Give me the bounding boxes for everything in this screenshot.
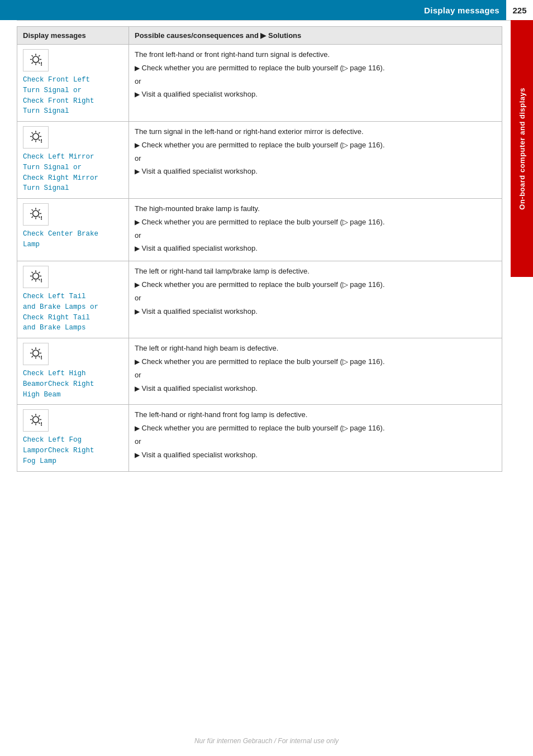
svg-point-20 (41, 141, 42, 142)
display-message-text: Check Left HighBeamorCheck RightHigh Bea… (23, 369, 123, 400)
svg-point-53 (41, 358, 42, 360)
table-header-row: Display messages Possible causes/consequ… (17, 27, 502, 45)
svg-line-40 (39, 272, 40, 273)
svg-line-51 (39, 349, 40, 350)
lamp-icon-box (23, 203, 49, 226)
solution-cell: The left-hand or right-hand front fog la… (129, 405, 502, 471)
side-tab-label: On-board computer and displays (518, 88, 526, 210)
solution-cell: The left or right-hand tail lamp/brake l… (129, 261, 502, 338)
description-text: The front left-hand or front right-hand … (135, 49, 496, 61)
table-row: Check Front LeftTurn Signal orCheck Fron… (17, 45, 502, 122)
lamp-icon-box (23, 126, 49, 149)
col1-header: Display messages (17, 27, 129, 45)
main-content: Display messages Possible causes/consequ… (17, 26, 502, 472)
svg-line-50 (39, 356, 40, 357)
svg-line-16 (32, 132, 33, 133)
svg-line-52 (32, 356, 33, 357)
col2-header: Possible causes/consequences and ▶ Solut… (129, 27, 502, 45)
arrow-icon: ▶ (135, 90, 140, 98)
solution-item: or (135, 436, 496, 448)
solution-cell: The front left-hand or front right-hand … (129, 45, 502, 122)
table-row: Check Center BrakeLampThe high-mounted b… (17, 199, 502, 261)
solution-item: or (135, 370, 496, 381)
svg-line-7 (39, 55, 40, 56)
svg-line-17 (39, 140, 40, 141)
table-row: Check Left FogLamporCheck RightFog LampT… (17, 405, 502, 471)
svg-line-28 (39, 217, 40, 218)
svg-point-64 (41, 425, 42, 426)
footer-text: Nur für internen Gebrauch / For internal… (194, 737, 339, 745)
display-message-text: Check Left Tailand Brake Lamps orCheck R… (23, 291, 123, 333)
solution-item: or (135, 76, 496, 88)
svg-point-9 (41, 64, 42, 65)
svg-line-62 (39, 415, 40, 417)
lamp-icon-box (23, 49, 49, 71)
svg-point-22 (33, 210, 39, 217)
solution-item: or (135, 153, 496, 165)
description-text: The left or right-hand tail lamp/brake l… (135, 266, 496, 277)
arrow-icon: ▶ (135, 424, 140, 432)
svg-line-39 (39, 279, 40, 280)
solution-cell: The left or right-hand high beam is defe… (129, 338, 502, 405)
description-text: The left-hand or right-hand front fog la… (135, 409, 496, 421)
top-divider (17, 20, 519, 21)
arrow-icon: ▶ (135, 168, 140, 175)
arrow-icon: ▶ (135, 141, 140, 149)
display-message-text: Check Front LeftTurn Signal orCheck Fron… (23, 75, 123, 117)
svg-line-8 (32, 63, 33, 64)
lamp-icon-box (23, 266, 49, 288)
solution-item: ▶ Visit a qualified specialist workshop. (135, 89, 496, 101)
header-bar: Display messages (0, 0, 533, 20)
description-text: The high-mounted brake lamp is faulty. (135, 203, 496, 215)
display-message-text: Check Left FogLamporCheck RightFog Lamp (23, 435, 123, 466)
svg-line-38 (32, 272, 33, 273)
arrow-icon: ▶ (135, 218, 140, 226)
solution-item: ▶ Check whether you are permitted to rep… (135, 140, 496, 151)
solution-item: ▶ Visit a qualified specialist workshop. (135, 243, 496, 255)
footer: Nur für internen Gebrauch / For internal… (0, 737, 533, 745)
display-message-text: Check Center BrakeLamp (23, 229, 123, 250)
svg-line-41 (32, 279, 33, 280)
arrow-icon: ▶ (135, 245, 140, 252)
svg-line-61 (39, 423, 40, 424)
table-row: Check Left HighBeamorCheck RightHigh Bea… (17, 338, 502, 405)
table-row: Check Left Tailand Brake Lamps orCheck R… (17, 261, 502, 338)
svg-line-49 (32, 349, 33, 350)
arrow-icon: ▶ (135, 451, 140, 459)
arrow-icon: ▶ (135, 308, 140, 315)
display-table: Display messages Possible causes/consequ… (17, 26, 502, 472)
solution-cell: The high-mounted brake lamp is faulty.▶ … (129, 199, 502, 261)
solution-item: ▶ Check whether you are permitted to rep… (135, 423, 496, 434)
lamp-icon-box (23, 343, 49, 365)
solution-item: or (135, 230, 496, 242)
solution-item: ▶ Check whether you are permitted to rep… (135, 63, 496, 74)
arrow-icon: ▶ (135, 385, 140, 393)
lamp-icon-box (23, 409, 49, 432)
table-row: Check Left MirrorTurn Signal orCheck Rig… (17, 122, 502, 199)
solution-item: ▶ Check whether you are permitted to rep… (135, 356, 496, 368)
arrow-icon: ▶ (135, 358, 140, 366)
solution-item: ▶ Check whether you are permitted to rep… (135, 279, 496, 291)
svg-point-44 (33, 350, 39, 356)
svg-line-29 (39, 209, 40, 210)
svg-point-33 (33, 273, 39, 279)
solution-item: ▶ Visit a qualified specialist workshop. (135, 306, 496, 318)
side-tab: On-board computer and displays (511, 20, 533, 277)
svg-line-30 (32, 217, 33, 218)
svg-line-63 (32, 423, 33, 424)
description-text: The left or right-hand high beam is defe… (135, 343, 496, 355)
solution-cell: The turn signal in the left-hand or righ… (129, 122, 502, 199)
svg-line-5 (32, 55, 33, 56)
svg-line-18 (39, 132, 40, 133)
svg-point-42 (41, 281, 42, 283)
svg-point-55 (33, 417, 39, 423)
arrow-icon: ▶ (135, 281, 140, 289)
svg-line-6 (39, 63, 40, 64)
header-title: Display messages (424, 6, 499, 15)
svg-line-27 (32, 209, 33, 210)
svg-point-11 (33, 133, 39, 140)
solution-item: or (135, 293, 496, 304)
svg-line-60 (32, 415, 33, 417)
page-number: 225 (506, 0, 533, 20)
display-message-text: Check Left MirrorTurn Signal orCheck Rig… (23, 152, 123, 194)
